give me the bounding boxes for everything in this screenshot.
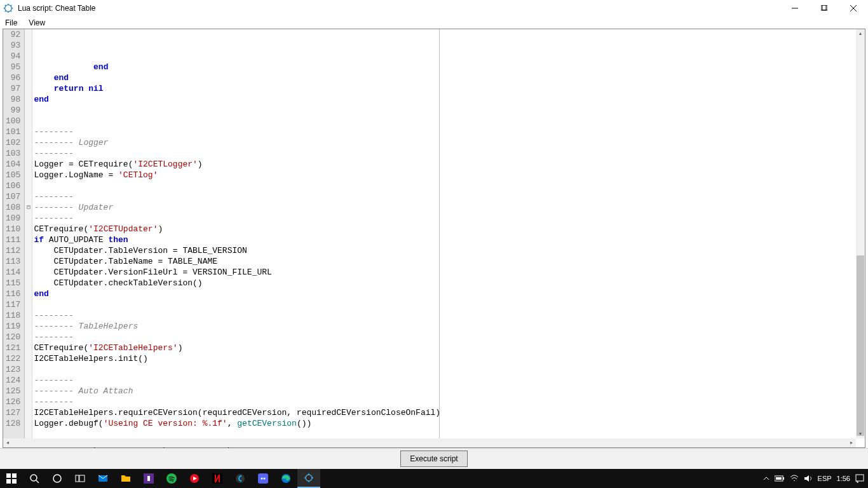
tray-notifications-icon[interactable]: [855, 469, 864, 488]
code-line[interactable]: --------: [34, 191, 856, 202]
code-line[interactable]: --------: [34, 332, 856, 342]
fold-gutter[interactable]: ⊟: [25, 29, 32, 438]
svg-point-0: [5, 5, 12, 12]
tray-wifi-icon[interactable]: [790, 469, 799, 488]
line-number: 114: [6, 267, 20, 278]
menu-view[interactable]: View: [27, 18, 46, 28]
code-line[interactable]: -------- Logger: [34, 137, 856, 148]
tray-battery-icon[interactable]: [775, 469, 785, 488]
code-line[interactable]: end: [34, 94, 856, 105]
tray-chevron-up-icon[interactable]: [763, 469, 770, 488]
code-line[interactable]: [34, 116, 856, 126]
code-line[interactable]: end: [34, 72, 856, 83]
taskbar-app-purple[interactable]: [137, 469, 160, 488]
maximize-button[interactable]: [810, 0, 839, 17]
taskbar-app-discord[interactable]: [252, 469, 275, 488]
line-number: 106: [6, 180, 20, 191]
svg-point-25: [264, 478, 266, 480]
code-line[interactable]: --------: [34, 396, 856, 407]
svg-point-18: [166, 473, 177, 484]
line-number: 97: [6, 83, 20, 94]
line-number: 104: [6, 159, 20, 170]
line-number: 109: [6, 213, 20, 224]
taskbar-app-netflix[interactable]: [206, 469, 229, 488]
svg-rect-8: [6, 479, 11, 484]
close-button[interactable]: [839, 0, 868, 17]
code-line[interactable]: -------- Auto Attach: [34, 386, 856, 396]
svg-point-27: [306, 475, 312, 481]
code-line[interactable]: Logger = CETrequire('I2CETLogger'): [34, 159, 856, 170]
taskbar-app-red-circle[interactable]: [183, 469, 206, 488]
code-line[interactable]: --------: [34, 126, 856, 137]
tray-clock[interactable]: 1:56: [837, 469, 850, 488]
line-number: 98: [6, 94, 20, 105]
line-number: 100: [6, 116, 20, 126]
code-line[interactable]: --------: [34, 375, 856, 386]
code-line[interactable]: --------: [34, 213, 856, 224]
scrollbar-thumb[interactable]: [857, 255, 864, 436]
code-line[interactable]: -------- TableHelpers: [34, 321, 856, 332]
taskbar-app-cheatengine[interactable]: [297, 469, 320, 488]
taskbar: ESP 1:56: [0, 469, 868, 488]
svg-rect-13: [76, 475, 79, 482]
code-line[interactable]: I2CETableHelpers.init(): [34, 353, 856, 364]
code-line[interactable]: CETUpdater.TableName = TABLE_NAME: [34, 256, 856, 267]
code-line[interactable]: Logger.LogName = 'CETlog': [34, 170, 856, 180]
vertical-scrollbar[interactable]: ▴ ▾: [856, 29, 865, 438]
line-number: 120: [6, 332, 20, 342]
code-line[interactable]: --------: [34, 310, 856, 321]
code-line[interactable]: return nil: [34, 83, 856, 94]
code-line[interactable]: CETrequire('I2CETUpdater'): [34, 224, 856, 234]
scroll-down-icon[interactable]: ▾: [856, 430, 865, 438]
code-line[interactable]: CETrequire('I2CETableHelpers'): [34, 342, 856, 353]
code-line[interactable]: if AUTO_UPDATE then: [34, 234, 856, 245]
tray-volume-icon[interactable]: [804, 469, 813, 488]
code-line[interactable]: [34, 105, 856, 116]
svg-rect-3: [822, 5, 827, 10]
svg-rect-29: [783, 477, 784, 480]
tray-language[interactable]: ESP: [818, 469, 832, 488]
code-line[interactable]: end: [34, 62, 856, 72]
taskbar-app-mail[interactable]: [92, 469, 114, 488]
code-line[interactable]: CETUpdater.TableVersion = TABLE_VERSION: [34, 245, 856, 256]
scroll-up-icon[interactable]: ▴: [856, 29, 865, 38]
taskbar-app-edge[interactable]: [275, 469, 297, 488]
taskbar-app-logitech[interactable]: [229, 469, 252, 488]
code-line[interactable]: I2CETableHelpers.requireCEVersion(requir…: [34, 407, 856, 418]
code-line[interactable]: Logger.debugf('Useing CE version: %.1f',…: [34, 418, 856, 429]
minimize-button[interactable]: [780, 0, 810, 17]
code-line[interactable]: [34, 364, 856, 375]
code-line[interactable]: -------- Updater: [34, 202, 856, 213]
code-line[interactable]: end: [34, 288, 856, 299]
taskbar-app-spotify[interactable]: [160, 469, 183, 488]
scroll-left-icon[interactable]: ◂: [3, 438, 12, 447]
horizontal-scrollbar[interactable]: ◂ ▸: [3, 438, 856, 447]
line-number: 96: [6, 72, 20, 83]
task-view-icon[interactable]: [69, 469, 92, 488]
code-editor[interactable]: 9293949596979899100101102103104105106107…: [3, 29, 865, 448]
bottom-panel: Execute script: [0, 448, 868, 469]
menu-file[interactable]: File: [4, 18, 18, 28]
code-area[interactable]: end end return nilend---------------- Lo…: [32, 29, 856, 438]
line-number: 112: [6, 245, 20, 256]
svg-point-12: [53, 475, 61, 482]
svg-rect-7: [12, 473, 17, 478]
execute-script-button[interactable]: Execute script: [400, 451, 467, 467]
code-line[interactable]: CETUpdater.checkTableVersion(): [34, 278, 856, 288]
search-icon[interactable]: [23, 469, 46, 488]
scroll-right-icon[interactable]: ▸: [847, 438, 856, 447]
line-number: 113: [6, 256, 20, 267]
taskbar-app-explorer[interactable]: [114, 469, 137, 488]
code-line[interactable]: CETUpdater.VersionFileUrl = VERSION_FILE…: [34, 267, 856, 278]
start-button[interactable]: [0, 469, 23, 488]
svg-rect-30: [776, 477, 782, 480]
code-line[interactable]: [34, 180, 856, 191]
menubar: File View: [0, 17, 868, 29]
cortana-icon[interactable]: [46, 469, 69, 488]
fold-marker[interactable]: ⊟: [25, 202, 32, 213]
code-line[interactable]: [34, 299, 856, 310]
line-number: 117: [6, 299, 20, 310]
window-controls: [780, 0, 868, 17]
code-line[interactable]: --------: [34, 148, 856, 159]
svg-line-11: [36, 480, 39, 483]
